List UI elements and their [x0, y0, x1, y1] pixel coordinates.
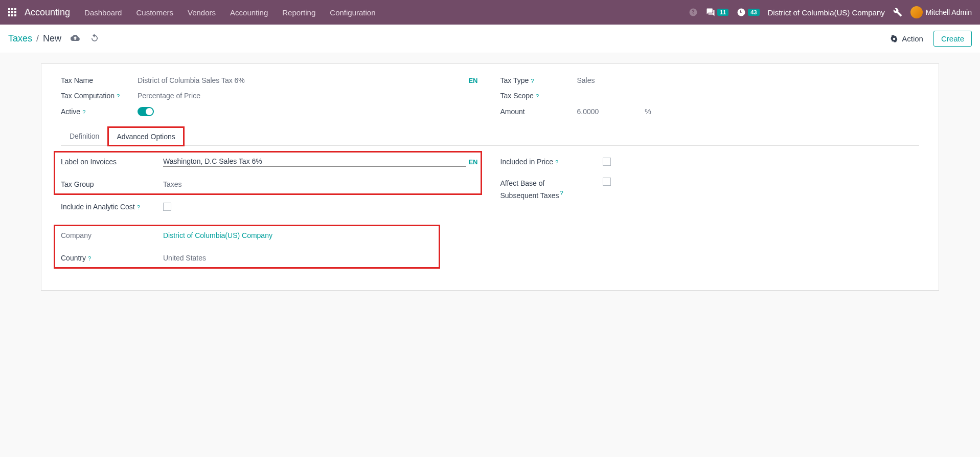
nav-vendors[interactable]: Vendors	[188, 8, 216, 17]
help-icon[interactable]: ?	[117, 93, 120, 99]
save-status-icon[interactable]	[71, 33, 80, 44]
help-icon[interactable]: ?	[82, 109, 85, 115]
help-icon[interactable]: ?	[560, 190, 563, 196]
activities-button[interactable]: 43	[737, 8, 759, 17]
nav-menu: Dashboard Customers Vendors Accounting R…	[84, 8, 689, 17]
company-field[interactable]: District of Columbia(US) Company	[163, 231, 480, 240]
company-selector[interactable]: District of Columbia(US) Company	[768, 8, 885, 17]
tax-group-label: Tax Group	[61, 180, 163, 188]
app-title[interactable]: Accounting	[25, 7, 70, 18]
tax-name-field[interactable]: District of Columbia Sales Tax 6% EN	[138, 76, 480, 84]
tax-type-label: Tax Type?	[500, 76, 577, 84]
active-toggle[interactable]	[138, 107, 154, 116]
lang-badge[interactable]: EN	[466, 77, 480, 84]
label-on-invoices-label: Label on Invoices	[61, 158, 163, 166]
amount-label: Amount	[500, 107, 577, 116]
nav-configuration[interactable]: Configuration	[330, 8, 375, 17]
tax-group-field[interactable]: Taxes	[163, 180, 480, 188]
form-card: Tax Name District of Columbia Sales Tax …	[41, 63, 939, 291]
nav-accounting[interactable]: Accounting	[230, 8, 268, 17]
tax-type-field[interactable]: Sales	[577, 76, 920, 84]
activities-badge: 43	[748, 9, 759, 16]
help-icon[interactable]: ?	[536, 93, 539, 99]
breadcrumb: Taxes / New	[8, 33, 99, 44]
affect-base-label: Affect Base of Subsequent Taxes?	[500, 178, 603, 201]
active-label: Active?	[61, 107, 138, 116]
amount-unit: %	[645, 107, 651, 116]
help-icon[interactable]: ?	[531, 78, 534, 84]
nav-right: 11 43 District of Columbia(US) Company M…	[689, 6, 972, 18]
tax-computation-label: Tax Computation?	[61, 92, 138, 100]
include-analytic-label: Include in Analytic Cost?	[61, 203, 163, 211]
user-menu[interactable]: Mitchell Admin	[910, 6, 972, 18]
help-icon[interactable]: ?	[88, 255, 91, 262]
breadcrumb-separator: /	[36, 33, 39, 44]
affect-base-checkbox[interactable]	[603, 178, 611, 186]
nav-reporting[interactable]: Reporting	[282, 8, 315, 17]
help-icon[interactable]: ?	[555, 159, 558, 165]
tab-definition[interactable]: Definition	[61, 126, 108, 145]
help-icon[interactable]: ?	[137, 204, 140, 210]
nav-dashboard[interactable]: Dashboard	[84, 8, 122, 17]
tax-name-label: Tax Name	[61, 76, 138, 84]
tax-scope-label: Tax Scope?	[500, 92, 577, 100]
user-name: Mitchell Admin	[926, 8, 972, 16]
label-on-invoices-field[interactable]: Washington, D.C Sales Tax 6% EN	[163, 157, 480, 167]
debug-icon[interactable]	[893, 8, 902, 17]
tabs: Definition Advanced Options	[61, 126, 919, 146]
tab-content-advanced: Label on Invoices Washington, D.C Sales …	[61, 146, 919, 265]
messaging-button[interactable]: 11	[706, 8, 728, 17]
tax-computation-field[interactable]: Percentage of Price	[138, 92, 480, 100]
nav-customers[interactable]: Customers	[136, 8, 173, 17]
company-label: Company	[61, 231, 163, 240]
breadcrumb-taxes[interactable]: Taxes	[8, 33, 32, 44]
country-field[interactable]: United States	[163, 254, 480, 262]
included-in-price-checkbox[interactable]	[603, 158, 611, 166]
breadcrumb-current: New	[43, 33, 61, 44]
right-actions: Action Create	[890, 31, 972, 47]
apps-grid-icon[interactable]	[8, 8, 16, 16]
content: Tax Name District of Columbia Sales Tax …	[0, 53, 980, 301]
action-dropdown[interactable]: Action	[890, 34, 923, 43]
create-button[interactable]: Create	[933, 31, 972, 47]
amount-field[interactable]: 6.0000 %	[577, 107, 920, 116]
included-in-price-label: Included in Price?	[500, 158, 603, 166]
breadcrumb-bar: Taxes / New Action Create	[0, 25, 980, 53]
lang-badge[interactable]: EN	[466, 158, 480, 166]
country-label: Country?	[61, 254, 163, 262]
help-icon[interactable]	[689, 8, 698, 17]
messaging-badge: 11	[717, 9, 728, 16]
top-nav: Accounting Dashboard Customers Vendors A…	[0, 0, 980, 25]
tab-advanced-options[interactable]: Advanced Options	[108, 127, 184, 146]
include-analytic-checkbox[interactable]	[163, 203, 171, 211]
discard-icon[interactable]	[90, 33, 99, 44]
avatar-icon	[910, 6, 923, 18]
